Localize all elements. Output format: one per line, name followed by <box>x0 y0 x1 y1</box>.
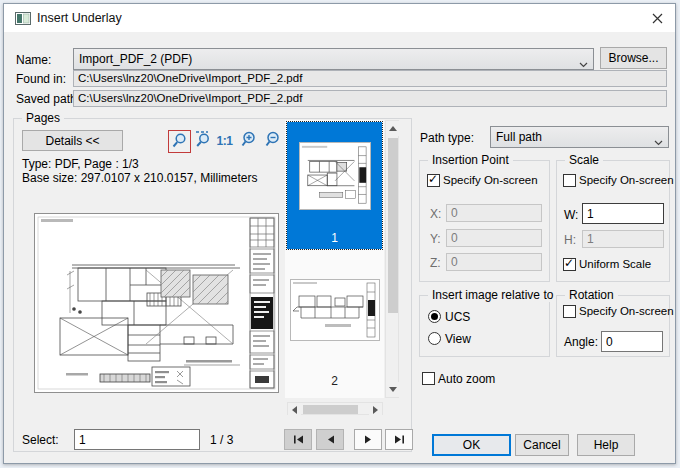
w-input[interactable] <box>582 203 664 224</box>
page-type-line: Type: PDF, Page : 1/3 <box>22 157 139 171</box>
insertion-specify-onscreen-label: Specify On-screen <box>443 174 538 186</box>
previous-page-icon <box>326 435 335 444</box>
last-page-button[interactable] <box>385 429 413 450</box>
thumbnail-page-1-image <box>299 142 371 210</box>
scroll-right-icon[interactable] <box>369 403 382 416</box>
pages-group-label: Pages <box>22 111 64 125</box>
page-indicator: 1 / 3 <box>210 433 233 447</box>
ucs-label: UCS <box>445 310 470 324</box>
thumbnail-page-1-label: 1 <box>287 231 382 245</box>
x-label: X: <box>430 207 441 221</box>
thumbnail-vertical-scrollbar[interactable] <box>385 120 399 398</box>
thumbnail-horizontal-scrollbar[interactable] <box>287 402 383 415</box>
ok-button[interactable]: OK <box>432 434 511 456</box>
found-in-label: Found in: <box>16 72 66 86</box>
view-radio[interactable] <box>428 332 441 345</box>
pages-group: Pages Details << 1:1 Typ <box>13 118 412 452</box>
first-page-icon <box>293 435 304 444</box>
scale-group: Scale Specify On-screen W: H: Uniform Sc… <box>556 160 670 282</box>
path-type-label: Path type: <box>420 131 474 145</box>
select-page-input[interactable] <box>74 429 200 450</box>
zoom-window-icon <box>171 132 188 152</box>
last-page-icon <box>394 435 405 444</box>
zoom-extents-icon <box>194 130 212 151</box>
rotation-specify-onscreen-checkbox[interactable] <box>563 305 576 318</box>
titlebar: Insert Underlay <box>4 4 675 32</box>
scale-specify-onscreen-checkbox[interactable] <box>563 174 576 187</box>
thumbnail-page-2-label: 2 <box>287 374 382 388</box>
details-button[interactable]: Details << <box>22 130 123 151</box>
saved-path-field: C:\Users\lnz20\OneDrive\Import_PDF_2.pdf <box>73 90 667 107</box>
insertion-point-group-label: Insertion Point <box>428 153 513 167</box>
close-button[interactable] <box>640 4 674 32</box>
vertical-scroll-thumb[interactable] <box>388 138 398 313</box>
view-label: View <box>445 332 471 346</box>
select-label: Select: <box>22 433 59 447</box>
zoom-window-button[interactable] <box>168 130 191 153</box>
rotation-group-label: Rotation <box>565 288 618 302</box>
next-page-button[interactable] <box>354 429 382 450</box>
z-input <box>446 253 542 271</box>
first-page-button[interactable] <box>284 429 312 450</box>
scroll-left-icon[interactable] <box>288 403 301 416</box>
insert-underlay-dialog: Insert Underlay Name: Import_PDF_2 (PDF)… <box>3 3 676 464</box>
found-in-field: C:\Users\lnz20\OneDrive\Import_PDF_2.pdf <box>73 70 667 87</box>
name-combobox[interactable]: Import_PDF_2 (PDF) <box>73 48 594 70</box>
h-input <box>582 230 664 248</box>
zoom-out-button[interactable] <box>262 130 283 151</box>
scale-group-label: Scale <box>565 153 603 167</box>
angle-input[interactable] <box>601 331 663 352</box>
rotation-group: Rotation Specify On-screen Angle: <box>556 295 670 357</box>
scale-specify-onscreen-label: Specify On-screen <box>579 174 674 186</box>
relative-to-group-label: Insert image relative to <box>428 288 557 302</box>
auto-zoom-checkbox[interactable] <box>422 372 435 385</box>
base-size-line: Base size: 297.0107 x 210.0157, Millimet… <box>22 171 257 185</box>
angle-label: Angle: <box>564 335 598 349</box>
one-to-one-icon: 1:1 <box>217 134 233 148</box>
page-thumbnail-list: 1 <box>285 120 384 398</box>
horizontal-scroll-thumb[interactable] <box>303 405 358 414</box>
uniform-scale-label: Uniform Scale <box>579 258 651 270</box>
chevron-down-icon <box>654 135 663 149</box>
thumbnail-page-1[interactable]: 1 <box>287 122 382 249</box>
z-label: Z: <box>430 256 441 270</box>
help-button[interactable]: Help <box>577 434 635 456</box>
insertion-point-group: Insertion Point Specify On-screen X: Y: … <box>419 160 550 282</box>
zoom-extents-button[interactable] <box>192 130 213 151</box>
zoom-out-icon <box>264 130 282 151</box>
app-icon <box>15 12 31 28</box>
cancel-button[interactable]: Cancel <box>515 434 569 456</box>
rotation-specify-onscreen-label: Specify On-screen <box>579 305 674 317</box>
ucs-radio[interactable] <box>428 310 441 323</box>
scroll-up-icon[interactable] <box>386 121 400 136</box>
dialog-title: Insert Underlay <box>37 11 122 25</box>
name-combobox-value: Import_PDF_2 (PDF) <box>79 52 192 66</box>
relative-to-group: Insert image relative to UCS View <box>419 295 550 357</box>
previous-page-button[interactable] <box>316 429 344 450</box>
auto-zoom-label: Auto zoom <box>438 372 495 386</box>
next-page-icon <box>364 435 373 444</box>
uniform-scale-checkbox[interactable] <box>563 258 576 271</box>
zoom-in-icon <box>240 130 258 151</box>
path-type-combobox[interactable]: Full path <box>490 126 669 148</box>
x-input <box>446 204 542 222</box>
y-input <box>446 229 542 247</box>
insertion-specify-onscreen-checkbox[interactable] <box>427 174 440 187</box>
browse-button[interactable]: Browse... <box>600 47 667 69</box>
y-label: Y: <box>430 232 441 246</box>
h-label: H: <box>564 233 576 247</box>
floor-plan-drawing <box>34 213 279 393</box>
path-type-value: Full path <box>496 130 542 144</box>
zoom-in-button[interactable] <box>238 130 259 151</box>
thumbnail-page-2-image <box>290 279 380 341</box>
w-label: W: <box>564 208 578 222</box>
chevron-down-icon <box>579 57 588 71</box>
pdf-page-preview[interactable] <box>34 213 279 393</box>
saved-path-label: Saved path: <box>16 92 80 106</box>
thumbnail-page-2[interactable]: 2 <box>287 276 382 394</box>
zoom-actual-size-button[interactable]: 1:1 <box>214 130 235 151</box>
scroll-down-icon[interactable] <box>386 382 400 397</box>
name-label: Name: <box>16 53 51 67</box>
